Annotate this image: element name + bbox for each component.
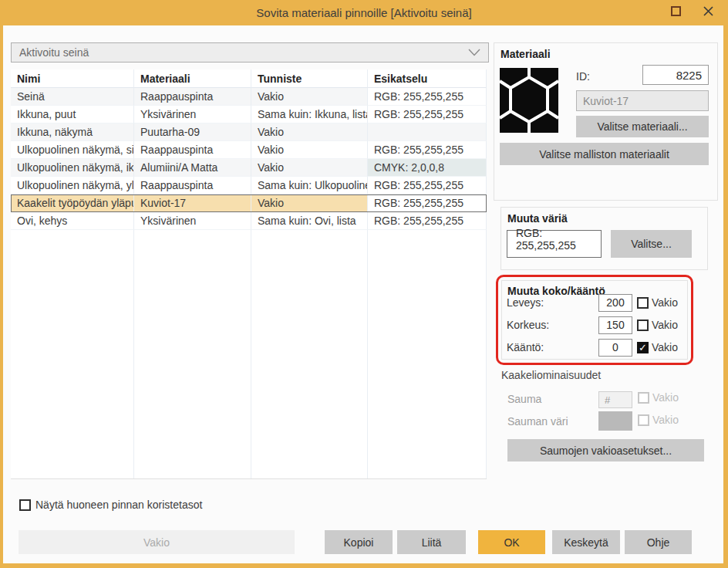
rotation-vakio-checkbox[interactable]: ✓ Vakio [637,341,678,353]
checkbox-unchecked-icon [637,320,649,331]
table-row[interactable]: Ulkopuolinen näkymä, ikk Alumiini/A Matt… [11,159,487,177]
material-panel-title: Materiaali [501,48,711,60]
cell-tunniste: Vakio [251,159,368,177]
height-vakio-checkbox[interactable]: Vakio [637,319,678,331]
help-button[interactable]: Ohje [625,530,692,554]
checkbox-disabled-icon [638,414,649,426]
vakio-label: Vakio [652,296,678,309]
table-row[interactable]: Ulkopuolinen näkymä, ylä Raappauspinta S… [11,177,487,194]
id-label: ID: [576,70,590,83]
cell-nimi: Seinä [11,88,134,106]
cell-nimi: Ikkuna, näkymä [11,123,134,141]
cancel-button[interactable]: Keskeytä [552,530,620,554]
seam-color-vakio-checkbox-disabled: Vakio [638,414,679,426]
cell-materiaali: Raappauspinta [134,88,251,106]
table-row[interactable]: Seinä Raappauspinta Vakio RGB: 255,255,2… [11,88,487,106]
cell-nimi: Ulkopuolinen näkymä, ikk [11,159,134,177]
table-empty-area [11,230,487,478]
maximize-icon [670,5,682,20]
titlebar: Sovita materiaali pinnoille [Aktivoitu s… [0,0,728,25]
surface-selector-dropdown[interactable]: Aktivoitu seinä [11,42,489,63]
vakio-label: Vakio [652,341,678,353]
cell-materiaali: Yksivärinen [134,106,251,123]
vakio-button-disabled: Vakio [19,530,295,554]
width-label: Leveys: [507,296,544,309]
cell-preview-garden-image [368,123,487,141]
cell-preview: RGB: 255,255,255 [368,88,487,106]
height-input[interactable] [598,316,632,334]
width-input[interactable] [598,294,632,312]
height-label: Korkeus: [507,319,549,331]
cell-tunniste: Sama kuin: Ulkopuolinen [251,177,368,194]
checkbox-unchecked-icon [19,499,31,511]
select-collection-materials-button[interactable]: Valitse malliston materiaalit [500,143,709,165]
ok-button[interactable]: OK [478,530,545,554]
seam-color-label: Sauman väri [507,415,568,428]
seam-field-disabled: # [598,391,632,408]
cell-tunniste: Vakio [251,194,368,212]
cell-tunniste: Vakio [251,141,368,159]
vakio-label: Vakio [652,319,678,331]
seam-label: Sauma [507,393,541,405]
vakio-label: Vakio [652,391,679,404]
material-preview-hexagon-tile [500,68,558,133]
column-header-materiaali: Materiaali [134,69,251,88]
table-header-row: Nimi Materiaali Tunniste Esikatselu [11,69,487,88]
cell-materiaali: Kuviot-17 [134,194,251,212]
seam-defaults-button[interactable]: Saumojen vakioasetukset... [507,439,704,462]
cell-tunniste: Vakio [251,88,368,106]
checkbox-unchecked-icon [637,297,649,309]
cell-nimi: Ovi, kehys [11,212,134,230]
table-row[interactable]: Ikkuna, näkymä Puutarha-09 Vakio [11,123,487,141]
show-decor-levels-checkbox[interactable]: Näytä huoneen pinnan koristetasot [19,499,202,511]
surface-table: Nimi Materiaali Tunniste Esikatselu Sein… [11,69,487,479]
tile-properties-section: Kaakeliominaisuudet Sauma # Vakio Sauman… [501,369,708,381]
cell-preview: CMYK: 2,0,0,8 [368,159,487,177]
seam-color-swatch-disabled [598,411,632,431]
cell-preview: RGB: 255,255,255 [368,177,487,194]
cell-preview: RGB: 255,255,255 [368,141,487,159]
cell-tunniste: Sama kuin: Ikkuna, lista [251,106,368,123]
pick-color-button[interactable]: Valitse... [611,230,692,258]
cell-nimi: Ikkuna, puut [11,106,134,123]
cell-nimi: Kaakelit työpöydän yläpu [11,194,134,212]
column-header-tunniste: Tunniste [251,69,368,88]
cell-nimi: Ulkopuolinen näkymä, ylä [11,177,134,194]
vakio-label: Vakio [652,414,679,426]
table-row[interactable]: Ulkopuolinen näkymä, siv Raappauspinta V… [11,141,487,159]
rotation-input[interactable] [598,339,632,357]
table-row-selected[interactable]: Kaakelit työpöydän yläpu Kuviot-17 Vakio… [11,194,487,212]
column-header-esikatselu: Esikatselu [368,69,487,88]
cell-materiaali: Yksivärinen [134,212,251,230]
checkbox-checked-icon: ✓ [637,342,649,353]
close-icon [703,5,714,20]
width-vakio-checkbox[interactable]: Vakio [637,296,678,309]
close-button[interactable] [694,0,722,25]
show-decor-levels-label: Näytä huoneen pinnan koristetasot [35,499,202,511]
copy-button[interactable]: Kopioi [325,530,393,554]
material-id-input[interactable] [642,65,709,85]
tile-properties-title: Kaakeliominaisuudet [501,369,708,381]
cell-preview: RGB: 255,255,255 [368,194,487,212]
column-header-nimi: Nimi [11,69,134,88]
checkbox-disabled-icon [638,392,649,404]
cell-preview: RGB: 255,255,255 [368,106,487,123]
current-color-swatch[interactable]: RGB: 255,255,255 [507,230,602,258]
cell-preview: RGB: 255,255,255 [368,212,487,230]
table-row[interactable]: Ovi, kehys Yksivärinen Sama kuin: Ovi, l… [11,212,487,230]
seam-vakio-checkbox-disabled: Vakio [638,391,679,404]
cell-materiaali: Raappauspinta [134,141,251,159]
material-dialog: Sovita materiaali pinnoille [Aktivoitu s… [0,0,728,568]
select-material-button[interactable]: Valitse materiaali... [576,116,709,137]
rotation-label: Kääntö: [507,341,544,353]
paste-button[interactable]: Liitä [397,530,466,554]
cell-materiaali: Raappauspinta [134,177,251,194]
cell-tunniste: Vakio [251,123,368,141]
maximize-button[interactable] [662,0,689,25]
chevron-down-icon [468,46,480,59]
cell-materiaali: Alumiini/A Matta [134,159,251,177]
material-name-field: Kuviot-17 [576,90,709,111]
cell-nimi: Ulkopuolinen näkymä, siv [11,141,134,159]
cell-tunniste: Sama kuin: Ovi, lista [251,212,368,230]
table-row[interactable]: Ikkuna, puut Yksivärinen Sama kuin: Ikku… [11,106,487,123]
